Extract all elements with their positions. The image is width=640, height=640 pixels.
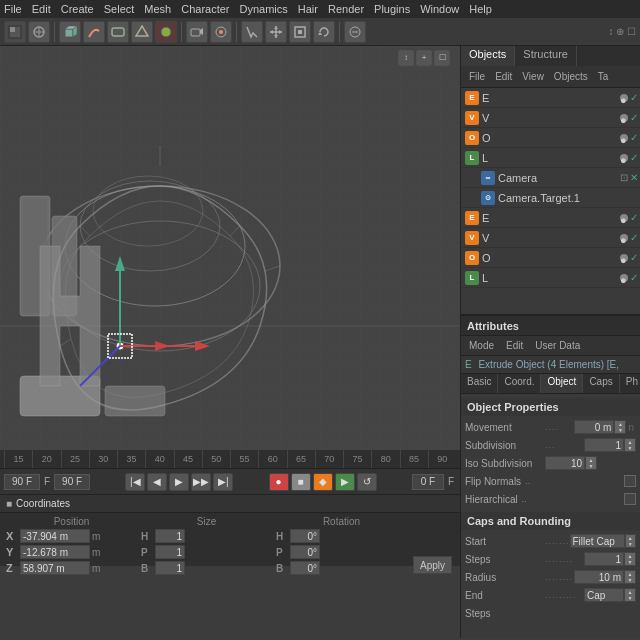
prev-frame-btn[interactable]: ◀ — [147, 473, 167, 491]
toolbar-cube-btn[interactable] — [59, 21, 81, 43]
radius-value[interactable]: 10 m — [574, 570, 624, 584]
subdivision-value[interactable]: 1 — [584, 438, 624, 452]
menu-file[interactable]: File — [4, 3, 22, 15]
ruler-mark-45: 45 — [174, 450, 202, 468]
attr-tab-caps[interactable]: Caps — [583, 374, 619, 393]
flip-normals-checkbox[interactable] — [624, 475, 636, 487]
tab-objects[interactable]: Objects — [461, 46, 515, 66]
attr-tool-edit[interactable]: Edit — [502, 339, 527, 352]
next-frame-btn[interactable]: ▶▶ — [191, 473, 211, 491]
end-spinner[interactable]: ▲ ▼ — [624, 588, 636, 602]
toolbar-move-btn[interactable] — [28, 21, 50, 43]
obj-check-O2: ✓ — [630, 252, 638, 263]
start-frame-input[interactable] — [4, 474, 40, 490]
toolbar-scale-tool-btn[interactable] — [289, 21, 311, 43]
toolbar-scene-btn[interactable] — [155, 21, 177, 43]
toolbar-move-tool-btn[interactable] — [265, 21, 287, 43]
rot-p-input[interactable] — [290, 545, 320, 559]
iso-spinner[interactable]: ▲ ▼ — [585, 456, 597, 470]
obj-item-L2[interactable]: L L ● ✓ — [461, 268, 640, 288]
obj-item-camera-target[interactable]: ⊙ Camera.Target.1 — [461, 188, 640, 208]
start-value[interactable]: Fillet Cap — [570, 534, 625, 548]
toolbar-select-btn[interactable] — [241, 21, 263, 43]
obj-item-E1[interactable]: E E ● ✓ — [461, 88, 640, 108]
p-size-input[interactable] — [155, 545, 185, 559]
h-size-input[interactable] — [155, 529, 185, 543]
play-all-btn[interactable]: ▶ — [335, 473, 355, 491]
goto-end-btn[interactable]: ▶| — [213, 473, 233, 491]
stop-btn[interactable]: ■ — [291, 473, 311, 491]
obj-name-V2: V — [482, 232, 620, 244]
radius-row: Radius ........ 10 m ▲ ▼ — [461, 568, 640, 586]
record-btn[interactable]: ● — [269, 473, 289, 491]
y-position-input[interactable] — [20, 545, 90, 559]
caps-rounding-header: Caps and Rounding — [461, 512, 640, 530]
rot-b-input[interactable] — [290, 561, 320, 575]
toolbar-camera-btn[interactable] — [186, 21, 208, 43]
menu-plugins[interactable]: Plugins — [374, 3, 410, 15]
end-frame-input[interactable] — [54, 474, 90, 490]
menu-help[interactable]: Help — [469, 3, 492, 15]
play-btn[interactable]: ▶ — [169, 473, 189, 491]
keyframe-btn[interactable]: ◆ — [313, 473, 333, 491]
obj-tool-file[interactable]: File — [465, 70, 489, 83]
subdivision-spinner[interactable]: ▲ ▼ — [624, 438, 636, 452]
attr-tool-userdata[interactable]: User Data — [531, 339, 584, 352]
attr-tab-basic[interactable]: Basic — [461, 374, 498, 393]
menu-window[interactable]: Window — [420, 3, 459, 15]
subdivision-label: Subdivision — [465, 440, 545, 451]
z-position-input[interactable] — [20, 561, 90, 575]
menu-mesh[interactable]: Mesh — [144, 3, 171, 15]
toolbar-bend-btn[interactable] — [83, 21, 105, 43]
obj-item-V2[interactable]: V V ● ✓ — [461, 228, 640, 248]
menu-create[interactable]: Create — [61, 3, 94, 15]
apply-coords-btn[interactable]: Apply — [413, 556, 452, 574]
obj-tool-edit[interactable]: Edit — [491, 70, 516, 83]
steps-start-row: Steps ........ 1 ▲ ▼ — [461, 550, 640, 568]
attr-tool-mode[interactable]: Mode — [465, 339, 498, 352]
movement-spinner[interactable]: ▲ ▼ — [614, 420, 626, 434]
toolbar-render-btn[interactable] — [210, 21, 232, 43]
menu-edit[interactable]: Edit — [32, 3, 51, 15]
toolbar-deform-btn[interactable] — [131, 21, 153, 43]
current-frame-input[interactable] — [412, 474, 444, 490]
menu-select[interactable]: Select — [104, 3, 135, 15]
attr-tab-coord[interactable]: Coord. — [498, 374, 541, 393]
goto-start-btn[interactable]: |◀ — [125, 473, 145, 491]
obj-tool-tags[interactable]: Ta — [594, 70, 613, 83]
x-position-input[interactable] — [20, 529, 90, 543]
radius-spinner[interactable]: ▲ ▼ — [624, 570, 636, 584]
obj-tool-view[interactable]: View — [518, 70, 548, 83]
viewport-area[interactable]: ↕ + ☐ 15 20 25 30 35 40 45 50 55 60 65 7… — [0, 46, 460, 566]
toolbar-live-btn[interactable] — [344, 21, 366, 43]
menu-character[interactable]: Character — [181, 3, 229, 15]
rot-h-input[interactable] — [290, 529, 320, 543]
steps-value[interactable]: 1 — [584, 552, 624, 566]
iso-value[interactable]: 10 — [545, 456, 585, 470]
obj-tool-objects[interactable]: Objects — [550, 70, 592, 83]
obj-name-O1: O — [482, 132, 620, 144]
obj-item-L1[interactable]: L L ● ✓ — [461, 148, 640, 168]
steps-spinner[interactable]: ▲ ▼ — [624, 552, 636, 566]
obj-item-O2[interactable]: O O ● ✓ — [461, 248, 640, 268]
menu-hair[interactable]: Hair — [298, 3, 318, 15]
toolbar-nurbs-btn[interactable] — [107, 21, 129, 43]
obj-item-O1[interactable]: O O ● ✓ — [461, 128, 640, 148]
attr-tab-object[interactable]: Object — [541, 374, 583, 393]
obj-item-E2[interactable]: E E ● ✓ — [461, 208, 640, 228]
obj-item-V1[interactable]: V V ● ✓ — [461, 108, 640, 128]
movement-value[interactable]: 0 m — [574, 420, 614, 434]
menu-render[interactable]: Render — [328, 3, 364, 15]
end-value[interactable]: Cap — [584, 588, 624, 602]
menu-dynamics[interactable]: Dynamics — [240, 3, 288, 15]
loop-btn[interactable]: ↺ — [357, 473, 377, 491]
attr-tab-ph[interactable]: Ph — [620, 374, 640, 393]
b-size-input[interactable] — [155, 561, 185, 575]
tab-structure[interactable]: Structure — [515, 46, 577, 66]
start-spinner[interactable]: ▲ ▼ — [625, 534, 636, 548]
obj-item-camera[interactable]: ∞ Camera ⊡ ✕ — [461, 168, 640, 188]
hierarchical-checkbox[interactable] — [624, 493, 636, 505]
toolbar-rotate-tool-btn[interactable] — [313, 21, 335, 43]
obj-dots-L1: ● — [620, 154, 628, 162]
toolbar-icon-btn[interactable] — [4, 21, 26, 43]
